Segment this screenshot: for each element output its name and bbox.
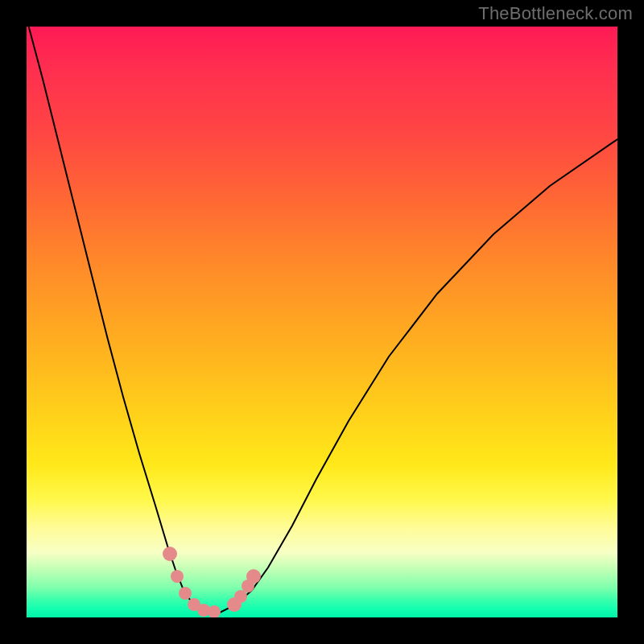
marker-group [163,547,261,617]
curve-svg [27,27,617,617]
marker-point [208,605,221,617]
marker-point [179,587,192,600]
chart-frame: TheBottleneck.com [0,0,644,644]
watermark-text: TheBottleneck.com [478,3,633,24]
marker-point [171,570,184,583]
marker-point [234,590,247,603]
marker-point [163,547,177,561]
plot-area [27,27,617,617]
bottleneck-curve [27,27,617,613]
marker-point [246,569,261,584]
